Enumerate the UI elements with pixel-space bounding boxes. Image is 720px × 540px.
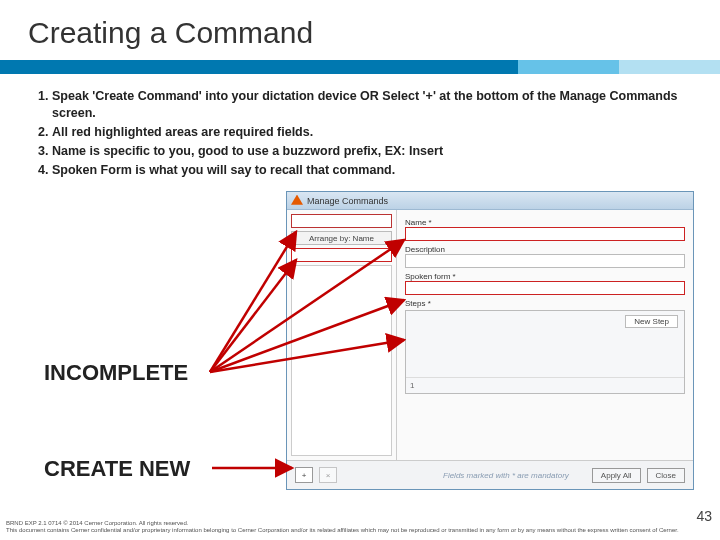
window-footer: + × Fields marked with * are mandatory A…: [287, 460, 693, 489]
arrange-by-dropdown[interactable]: Arrange by: Name: [291, 231, 392, 245]
step-4: Spoken Form is what you will say to reca…: [52, 162, 686, 179]
description-field[interactable]: [405, 254, 685, 268]
page-number: 43: [696, 508, 712, 524]
left-pane: Arrange by: Name: [287, 210, 397, 460]
command-list-required[interactable]: [291, 248, 392, 262]
svg-line-0: [210, 232, 296, 372]
annotation-incomplete: INCOMPLETE: [44, 360, 188, 386]
right-pane: Name * Description Spoken form * Steps *…: [397, 210, 693, 460]
name-field[interactable]: [405, 227, 685, 241]
window-title: Manage Commands: [307, 196, 388, 206]
legal-line-2: This document contains Cerner confidenti…: [6, 527, 679, 534]
new-step-button[interactable]: New Step: [625, 315, 678, 328]
legal-line-1: BRND EXP 2.1 0714 © 2014 Cerner Corporat…: [6, 520, 679, 527]
steps-label: Steps *: [405, 299, 685, 308]
svg-line-1: [210, 260, 296, 372]
title-accent-bar: [0, 60, 720, 74]
manage-commands-window: Manage Commands Arrange by: Name Name * …: [286, 191, 694, 490]
mandatory-note: Fields marked with * are mandatory: [443, 471, 586, 480]
spoken-form-label: Spoken form *: [405, 272, 685, 281]
command-list-area: [291, 265, 392, 456]
apply-all-button[interactable]: Apply All: [592, 468, 641, 483]
steps-list: Speak 'Create Command' into your dictati…: [0, 88, 720, 178]
legal-footer: BRND EXP 2.1 0714 © 2014 Cerner Corporat…: [6, 520, 679, 534]
close-button[interactable]: Close: [647, 468, 685, 483]
add-command-button[interactable]: +: [295, 467, 313, 483]
remove-command-button[interactable]: ×: [319, 467, 337, 483]
app-icon: [291, 195, 303, 207]
annotation-create-new: CREATE NEW: [44, 456, 190, 482]
slide-title: Creating a Command: [0, 0, 720, 60]
name-label: Name *: [405, 218, 685, 227]
step-3: Name is specific to you, good to use a b…: [52, 143, 686, 160]
step-2: All red highlighted areas are required f…: [52, 124, 686, 141]
step-row-1[interactable]: 1: [406, 377, 684, 393]
window-titlebar: Manage Commands: [287, 192, 693, 210]
step-1: Speak 'Create Command' into your dictati…: [52, 88, 686, 122]
description-label: Description: [405, 245, 685, 254]
spoken-form-field[interactable]: [405, 281, 685, 295]
steps-editor: New Step 1: [405, 310, 685, 394]
search-input[interactable]: [291, 214, 392, 228]
